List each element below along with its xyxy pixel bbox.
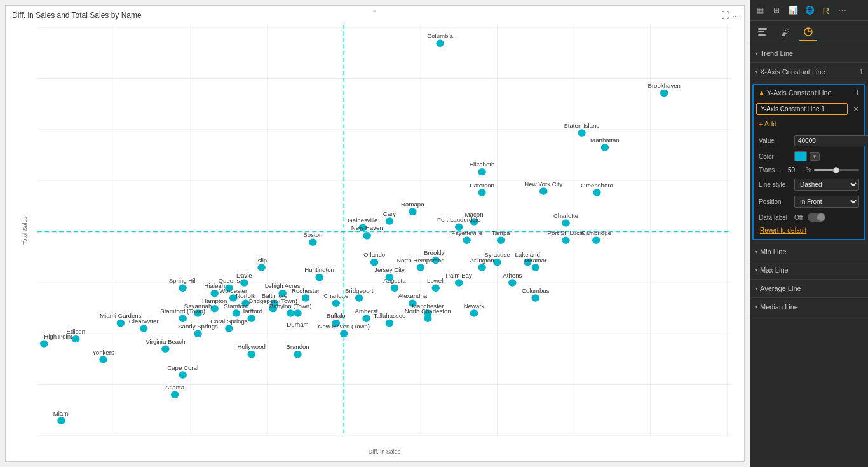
- svg-text:Spring Hill: Spring Hill: [169, 278, 197, 284]
- svg-text:Virginia Beach: Virginia Beach: [146, 339, 185, 345]
- svg-point-49: [478, 189, 486, 196]
- svg-point-119: [302, 294, 310, 301]
- svg-text:Port St. Lucie: Port St. Lucie: [548, 230, 585, 236]
- toolbar-icon-more[interactable]: R: [818, 3, 834, 18]
- svg-text:Alexandria: Alexandria: [398, 293, 428, 299]
- max-line-section: ▾ Max Line: [750, 261, 868, 280]
- section-icon-analytics[interactable]: [799, 24, 817, 41]
- svg-point-121: [355, 294, 363, 301]
- add-line-button[interactable]: + Add: [756, 119, 862, 129]
- svg-point-148: [179, 315, 187, 322]
- y-axis-panel-header[interactable]: ▲ Y-Axis Constant Line 1: [754, 85, 864, 100]
- svg-point-186: [57, 417, 65, 424]
- toolbar-icon-chart[interactable]: 📊: [785, 3, 801, 18]
- toolbar-icon-table[interactable]: ⊞: [769, 3, 784, 18]
- svg-text:Charlotte: Charlotte: [323, 293, 348, 299]
- color-dropdown-button[interactable]: ▼: [810, 152, 820, 161]
- svg-point-139: [287, 309, 295, 316]
- svg-point-77: [309, 239, 317, 246]
- svg-text:Fayetteville: Fayetteville: [451, 230, 482, 236]
- trend-line-header[interactable]: ▾ Trend Line: [750, 44, 868, 62]
- svg-text:New York City: New York City: [524, 181, 562, 187]
- x-axis-count: 1: [859, 69, 863, 76]
- svg-text:Ramapo: Ramapo: [401, 201, 424, 208]
- svg-text:Islip: Islip: [256, 257, 267, 264]
- svg-point-75: [592, 236, 600, 243]
- svg-text:Babylon (Town): Babylon (Town): [269, 303, 312, 309]
- svg-point-146: [470, 309, 478, 316]
- min-line-header[interactable]: ▾ Min Line: [750, 243, 868, 261]
- data-label-toggle[interactable]: [808, 213, 825, 222]
- svg-point-184: [171, 391, 179, 398]
- svg-point-154: [247, 315, 255, 322]
- svg-text:Hartford: Hartford: [240, 308, 262, 315]
- median-line-header[interactable]: ▾ Median Line: [750, 298, 868, 316]
- svg-text:High Point: High Point: [44, 334, 72, 340]
- max-line-header[interactable]: ▾ Max Line: [750, 261, 868, 279]
- toggle-off-text: Off: [794, 214, 803, 221]
- y-axis-label: Total Sales: [22, 216, 28, 244]
- max-line-label: Max Line: [760, 266, 789, 274]
- svg-text:Cape Coral: Cape Coral: [167, 365, 198, 371]
- svg-rect-191: [758, 34, 766, 36]
- y-axis-constant-panel: ▲ Y-Axis Constant Line 1 ✕ + Add Value: [752, 84, 865, 240]
- line-close-icon[interactable]: ✕: [850, 104, 862, 115]
- svg-point-168: [194, 330, 202, 337]
- x-axis-chevron-icon: ▾: [755, 69, 757, 75]
- line-name-input[interactable]: [756, 103, 848, 115]
- position-select[interactable]: In Front Behind: [794, 196, 859, 208]
- svg-point-101: [508, 279, 517, 286]
- svg-text:Hollywood: Hollywood: [237, 344, 266, 351]
- line-name-row: ✕: [756, 103, 862, 115]
- x-axis-label: Diff. in Sales: [369, 449, 400, 455]
- y-axis-chevron-icon: ▲: [759, 90, 764, 96]
- color-swatch[interactable]: [794, 151, 807, 161]
- svg-text:Columbia: Columbia: [427, 33, 454, 39]
- svg-point-51: [593, 189, 601, 196]
- svg-point-162: [225, 325, 233, 332]
- svg-point-115: [210, 290, 219, 297]
- transparency-slider[interactable]: [814, 169, 859, 171]
- svg-text:Charlotte: Charlotte: [553, 213, 578, 219]
- data-label-label: Data label: [759, 214, 792, 221]
- svg-point-43: [578, 129, 586, 136]
- svg-text:Rochester: Rochester: [292, 288, 320, 294]
- svg-point-111: [179, 285, 187, 292]
- position-row: Position In Front Behind: [756, 193, 862, 210]
- svg-text:Tallahassee: Tallahassee: [373, 313, 405, 320]
- svg-text:Clearwater: Clearwater: [129, 318, 159, 325]
- svg-text:Cambridge: Cambridge: [581, 230, 611, 236]
- svg-text:Greensboro: Greensboro: [581, 182, 613, 189]
- svg-point-103: [455, 279, 463, 286]
- chart-menu-icon[interactable]: ···: [732, 11, 739, 20]
- chart-container: ⛶ ··· ≡ Diff. in Sales and Total Sales b…: [5, 5, 745, 462]
- revert-to-default-link[interactable]: Revert to default: [756, 224, 862, 236]
- toolbar-icon-grid[interactable]: ▦: [752, 3, 768, 18]
- toolbar-icon-map[interactable]: 🌐: [802, 3, 817, 18]
- line-style-select[interactable]: Dashed Solid Dotted: [794, 179, 859, 191]
- transparency-row: Trans... 50 %: [756, 164, 862, 176]
- svg-text:Columbus: Columbus: [522, 288, 550, 294]
- svg-point-45: [601, 144, 609, 151]
- y-axis-panel-body: ✕ + Add Value Color ▼: [754, 100, 864, 239]
- section-icon-format[interactable]: [754, 24, 771, 41]
- chart-expand-icon[interactable]: ⛶: [721, 11, 729, 20]
- toolbar-dots[interactable]: ···: [835, 3, 850, 18]
- panel-top-toolbar: ▦ ⊞ 📊 🌐 R ···: [750, 0, 868, 21]
- svg-point-89: [417, 264, 425, 271]
- x-axis-constant-header[interactable]: ▾ X-Axis Constant Line 1: [750, 63, 868, 81]
- average-line-header[interactable]: ▾ Average Line: [750, 280, 868, 297]
- svg-text:Fort Lauderdale: Fort Lauderdale: [437, 217, 480, 223]
- line-style-label: Line style: [759, 181, 792, 188]
- line-style-row: Line style Dashed Solid Dotted: [756, 176, 862, 193]
- section-icon-brush[interactable]: 🖌: [776, 24, 794, 41]
- svg-text:Durham: Durham: [287, 321, 309, 328]
- svg-text:Bridgeport: Bridgeport: [345, 288, 374, 294]
- svg-text:Miramar: Miramar: [524, 257, 546, 264]
- svg-point-131: [332, 300, 341, 307]
- value-input[interactable]: [794, 135, 868, 146]
- chart-svg: 0K 10K 20K 30K 40K 50K 60K 70K 80K: [37, 25, 731, 436]
- svg-point-55: [409, 208, 417, 215]
- svg-point-172: [40, 340, 48, 347]
- svg-text:Tampa: Tampa: [492, 230, 511, 236]
